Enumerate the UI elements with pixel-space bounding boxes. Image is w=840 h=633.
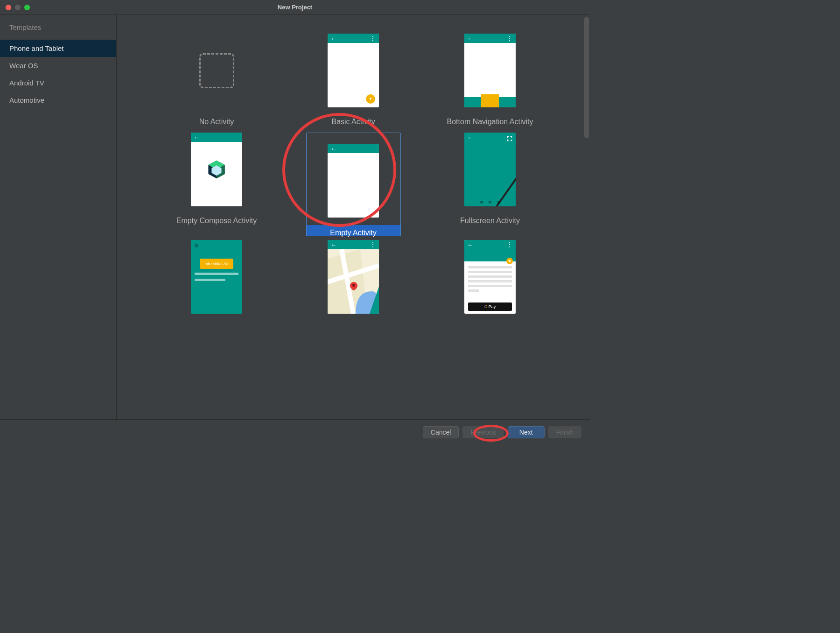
fab-add-icon: + — [366, 94, 375, 104]
template-maps-activity[interactable]: ←⋮ — [306, 240, 401, 314]
sidebar-item-phone-tablet[interactable]: Phone and Tablet — [0, 40, 116, 57]
template-gallery: No Activity ←⋮ + Basic Activity ←⋮ Botto… — [117, 15, 590, 419]
template-no-activity[interactable]: No Activity — [169, 34, 264, 129]
back-arrow-icon: ← — [467, 134, 473, 141]
template-thumbnail: ←⋮ ★ G Pay — [464, 240, 516, 314]
kebab-icon: ⋮ — [506, 241, 513, 248]
template-thumbnail: ← — [328, 144, 379, 218]
template-thumbnail: ← — [191, 133, 242, 206]
map-icon — [328, 240, 379, 314]
back-arrow-icon: ← — [330, 146, 336, 152]
template-label: Empty Activity — [306, 225, 401, 236]
finish-button: Finish — [548, 426, 581, 438]
sidebar-item-automotive[interactable]: Automotive — [0, 91, 116, 109]
minimize-window-icon[interactable] — [15, 5, 21, 10]
close-window-icon[interactable] — [6, 5, 11, 10]
ad-button-label: Interstitial Ad — [200, 259, 233, 269]
template-thumbnail: ←⋮ — [328, 240, 379, 314]
template-thumbnail: ←⋮ + — [328, 34, 379, 107]
kebab-icon: ⋮ — [370, 35, 376, 42]
template-label: Bottom Navigation Activity — [447, 118, 533, 129]
template-bottom-navigation-activity[interactable]: ←⋮ Bottom Navigation Activity — [443, 34, 538, 129]
back-arrow-icon: ← — [467, 35, 473, 42]
sidebar-item-wear-os[interactable]: Wear OS — [0, 57, 116, 74]
footer: Cancel Previous Next Finish — [0, 419, 590, 444]
kebab-icon: ⋮ — [506, 35, 513, 42]
back-arrow-icon: ← — [330, 35, 336, 42]
template-label: No Activity — [199, 118, 234, 129]
window-controls — [6, 5, 30, 10]
template-thumbnail: Interstitial Ad — [191, 240, 242, 314]
maximize-window-icon[interactable] — [24, 5, 30, 10]
dot-icon — [195, 244, 198, 247]
window-title: New Project — [278, 4, 312, 11]
template-label: Basic Activity — [331, 118, 375, 129]
previous-button: Previous — [462, 426, 504, 438]
cancel-button[interactable]: Cancel — [423, 426, 459, 438]
template-empty-activity[interactable]: ← Empty Activity — [306, 133, 401, 236]
template-pay-activity[interactable]: ←⋮ ★ G Pay — [443, 240, 538, 314]
template-empty-compose-activity[interactable]: ← Empty Compose Activity — [169, 133, 264, 236]
dashed-square-icon — [199, 53, 234, 88]
google-pay-button: G Pay — [468, 302, 512, 311]
next-button[interactable]: Next — [508, 426, 545, 438]
titlebar: New Project — [0, 0, 590, 15]
compose-logo-icon — [206, 159, 227, 180]
google-logo-icon: G — [484, 304, 488, 309]
template-ad-activity[interactable]: Interstitial Ad — [169, 240, 264, 314]
scrollbar[interactable] — [584, 17, 589, 138]
fullscreen-icon — [506, 135, 513, 142]
template-basic-activity[interactable]: ←⋮ + Basic Activity — [306, 34, 401, 129]
template-thumbnail: ← — [464, 133, 516, 206]
sidebar: Templates Phone and Tablet Wear OS Andro… — [0, 15, 117, 419]
template-label: Fullscreen Activity — [460, 217, 520, 228]
template-label: Empty Compose Activity — [176, 217, 257, 228]
sidebar-item-android-tv[interactable]: Android TV — [0, 74, 116, 91]
template-fullscreen-activity[interactable]: ← Fullscreen Activity — [443, 133, 538, 236]
star-icon: ★ — [506, 258, 513, 264]
back-arrow-icon: ← — [194, 134, 200, 141]
sidebar-title: Templates — [0, 23, 116, 40]
template-thumbnail: ←⋮ — [464, 34, 516, 107]
svg-point-8 — [352, 284, 355, 287]
back-arrow-icon: ← — [467, 242, 473, 248]
